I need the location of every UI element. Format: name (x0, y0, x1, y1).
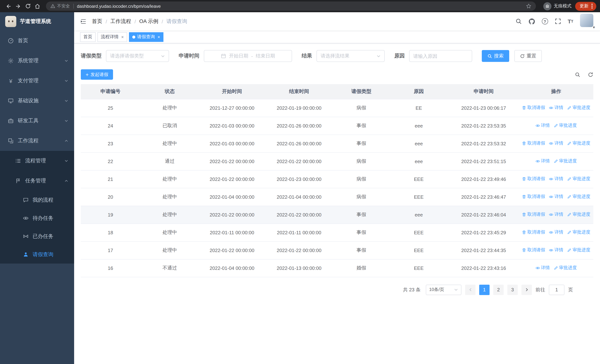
search-button[interactable]: 搜索 (482, 50, 509, 62)
sidebar-item-leave-query[interactable]: 请假查询 (0, 245, 74, 263)
fullscreen-icon[interactable] (555, 18, 561, 24)
cell-apply-time: 2022-01-22 23:51:15 (449, 152, 519, 170)
browser-home-icon[interactable] (33, 1, 42, 11)
detail-link[interactable]: 详情 (535, 158, 550, 164)
table-row: 17 处理中 2022-01-22 00:00:00 2022-01-22 00… (81, 241, 593, 259)
security-label: 不安全 (57, 3, 70, 9)
approval-progress-link[interactable]: 审批进度 (567, 176, 590, 182)
cell-start-time: 2022-01-11 00:00:00 (199, 224, 265, 241)
apply-time-range-picker[interactable]: 开始日期 - 结束日期 (204, 50, 292, 62)
sidebar-item-my-process[interactable]: 我的流程 (0, 191, 74, 209)
cancel-leave-link[interactable]: 取消请假 (522, 229, 545, 235)
detail-link[interactable]: 详情 (549, 247, 563, 253)
browser-reload-icon[interactable] (23, 1, 33, 11)
reason-input[interactable] (409, 50, 472, 62)
cell-apply-id: 20 (81, 188, 140, 206)
leave-type-select[interactable]: 请选择请假类型 (106, 50, 169, 62)
approval-progress-link[interactable]: 审批进度 (553, 158, 577, 164)
sidebar-item-infrastructure[interactable]: 基础设施 (0, 91, 74, 111)
approval-progress-link[interactable]: 审批进度 (567, 212, 590, 218)
refresh-icon[interactable] (588, 72, 593, 77)
detail-link[interactable]: 详情 (535, 265, 550, 271)
sidebar-item-todo-task[interactable]: 待办任务 (0, 209, 74, 227)
browser-forward-icon[interactable] (13, 1, 23, 11)
reset-button[interactable]: 重置 (514, 50, 542, 62)
leave-table: 申请编号 状态 开始时间 结束时间 请假类型 原因 申请时间 操作 25 处理中… (81, 84, 593, 277)
avatar[interactable] (580, 14, 593, 27)
prev-page-button[interactable] (465, 284, 476, 295)
detail-link[interactable]: 详情 (549, 194, 563, 200)
approval-progress-link[interactable]: 审批进度 (553, 122, 577, 129)
tab-leave-query[interactable]: 请假查询 × (129, 32, 163, 42)
create-leave-button[interactable]: + 发起请假 (81, 69, 113, 80)
reason-label: 原因 (394, 53, 405, 59)
sidebar-item-payment[interactable]: ¥ 支付管理 (0, 71, 74, 91)
tab-process-detail[interactable]: 流程详情 × (97, 32, 127, 42)
detail-link[interactable]: 详情 (549, 229, 563, 235)
sidebar-toggle-icon[interactable] (80, 18, 87, 25)
address-bar[interactable]: 不安全 dashboard.yudao.iocoder.cn/bpm/oa/le… (46, 1, 536, 11)
cell-reason: EEE (389, 259, 449, 277)
sidebar-item-process-mgmt[interactable]: 流程管理 (0, 151, 74, 171)
detail-link[interactable]: 详情 (549, 176, 563, 182)
page-3-button[interactable]: 3 (507, 284, 518, 295)
sidebar-item-system[interactable]: 系统管理 (0, 51, 74, 71)
tab-home[interactable]: 首页 (80, 32, 96, 42)
approval-progress-link[interactable]: 审批进度 (553, 265, 577, 271)
cell-reason: eee (389, 135, 449, 152)
tab-close-icon[interactable]: × (121, 34, 124, 39)
cell-status: 已取消 (140, 117, 199, 135)
font-size-icon[interactable]: TT (568, 19, 573, 24)
sidebar-item-task-mgmt[interactable]: 任务管理 (0, 171, 74, 191)
leave-table-body: 25 处理中 2021-12-27 00:00:00 2022-01-19 00… (81, 99, 593, 277)
cancel-leave-link[interactable]: 取消请假 (522, 247, 545, 253)
browser-menu-icon[interactable] (591, 4, 593, 9)
browser-update-button[interactable]: 更新 (575, 2, 596, 10)
page-2-button[interactable]: 2 (493, 284, 504, 295)
incognito-icon (543, 2, 552, 10)
detail-link[interactable]: 详情 (549, 140, 563, 147)
page-size-select[interactable]: 10条/页 (426, 284, 461, 295)
toggle-search-icon[interactable] (575, 72, 580, 77)
next-page-button[interactable] (521, 284, 532, 295)
cancel-leave-link[interactable]: 取消请假 (522, 212, 545, 218)
user-menu[interactable]: ▼ (580, 14, 594, 29)
approval-progress-link[interactable]: 审批进度 (567, 105, 590, 111)
cell-status: 处理中 (140, 99, 199, 117)
bookmark-star-icon[interactable] (526, 3, 531, 9)
sidebar-item-home[interactable]: 首页 (0, 31, 74, 51)
cancel-leave-link[interactable]: 取消请假 (522, 176, 545, 182)
cell-end-time: 2022-01-22 00:00:00 (265, 206, 334, 224)
col-apply-time: 申请时间 (449, 84, 519, 99)
sidebar-item-workflow[interactable]: 工作流程 (0, 131, 74, 151)
cancel-leave-link[interactable]: 取消请假 (522, 105, 545, 111)
help-icon[interactable]: ? (542, 18, 548, 24)
cell-end-time: 2022-01-13 00:00:00 (265, 259, 334, 277)
approval-progress-link[interactable]: 审批进度 (567, 247, 590, 253)
cancel-leave-link[interactable]: 取消请假 (522, 194, 545, 200)
approval-progress-link[interactable]: 审批进度 (567, 194, 590, 200)
github-icon[interactable] (528, 18, 535, 25)
sidebar-item-devtools[interactable]: 研发工具 (0, 111, 74, 131)
approval-progress-link[interactable]: 审批进度 (567, 140, 590, 147)
breadcrumb-home[interactable]: 首页 (92, 18, 102, 25)
detail-link[interactable]: 详情 (549, 105, 563, 111)
breadcrumb-oa-example[interactable]: OA 示例 (139, 18, 159, 25)
sidebar-item-done-task[interactable]: 已办任务 (0, 227, 74, 245)
incognito-badge: 无痕模式 (543, 2, 572, 10)
eye-icon (22, 215, 29, 221)
caret-down-icon: ▼ (592, 25, 596, 29)
page-1-button[interactable]: 1 (479, 284, 489, 295)
approval-progress-link[interactable]: 审批进度 (567, 229, 590, 235)
update-label: 更新 (580, 3, 589, 9)
cancel-leave-link[interactable]: 取消请假 (522, 140, 545, 147)
security-warning[interactable]: 不安全 (50, 3, 70, 9)
tab-close-icon[interactable]: × (157, 34, 160, 39)
browser-back-icon[interactable] (4, 1, 13, 11)
search-icon[interactable] (515, 18, 522, 24)
detail-link[interactable]: 详情 (535, 122, 550, 129)
goto-page-input[interactable] (549, 284, 564, 295)
detail-link[interactable]: 详情 (549, 212, 563, 218)
result-select[interactable]: 请选择流结果 (317, 50, 385, 62)
breadcrumb-workflow[interactable]: 工作流程 (111, 18, 131, 25)
